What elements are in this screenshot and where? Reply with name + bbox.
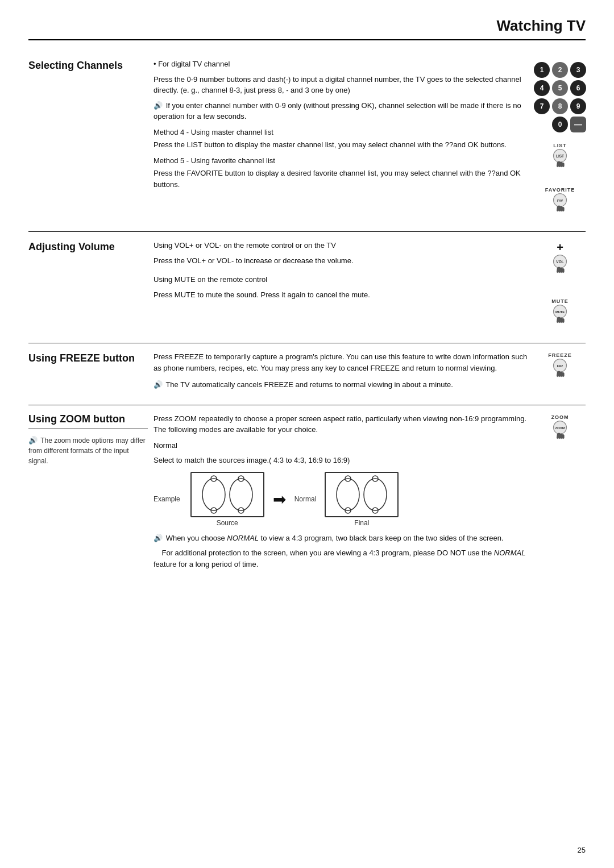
zoom-label: ZOOM — [551, 414, 569, 420]
mute-button-group: MUTE MUTE — [550, 298, 570, 325]
numpad-7: 7 — [534, 98, 550, 114]
svg-text:ZOOM: ZOOM — [555, 426, 565, 430]
page: Watching TV Selecting Channels • For dig… — [0, 0, 614, 868]
numpad-8: 8 — [552, 98, 568, 114]
normal-italic-2: NORMAL — [494, 549, 526, 557]
digital-p1: Press the 0-9 number buttons and dash(-)… — [154, 74, 534, 96]
numpad-0: 0 — [552, 117, 568, 132]
method4-title: Method 4 - Using master channel list — [154, 127, 534, 138]
selecting-channels-content: • For digital TV channel Press the 0-9 n… — [148, 59, 534, 221]
final-screen — [325, 472, 399, 517]
zoom-normal-text: Normal — [154, 440, 534, 451]
method5-title: Method 5 - Using favorite channel list — [154, 155, 534, 167]
zoom-button-group: ZOOM ZOOM — [550, 414, 570, 441]
final-label: Final — [354, 519, 369, 527]
svg-text:FRZ: FRZ — [557, 364, 563, 368]
source-diagram: Source — [190, 472, 264, 527]
freeze-finger-icon: FRZ — [550, 358, 570, 379]
svg-text:FAV: FAV — [557, 199, 563, 202]
section-freeze-button: Using FREEZE button Press FREEZE to temp… — [28, 343, 586, 405]
plus-sign: + — [557, 241, 563, 254]
zoom-p1: Press ZOOM repeatedly to choose a proper… — [154, 413, 534, 435]
svg-point-13 — [230, 479, 252, 510]
list-label: LIST — [553, 143, 567, 148]
section-heading-volume: Adjusting Volume — [28, 240, 148, 333]
freeze-icon: FREEZE FRZ — [534, 351, 586, 394]
section-heading-selecting: Selecting Channels — [28, 59, 148, 221]
vol-button-group: + VOL — [550, 241, 570, 275]
digital-note: 🔊 If you enter channel number with 0-9 o… — [154, 100, 534, 122]
mute-p1: Press MUTE to mute the sound. Press it a… — [154, 289, 534, 301]
svg-point-18 — [337, 479, 359, 510]
numpad-empty — [534, 117, 550, 132]
numpad-4: 4 — [534, 80, 550, 96]
section-adjusting-volume: Adjusting Volume Using VOL+ or VOL- on t… — [28, 232, 586, 343]
zoom-finger-icon: ZOOM — [550, 420, 570, 441]
zoom-footnote: 🔊 The zoom mode options may differ from … — [28, 435, 148, 467]
favorite-finger-icon: FAV — [550, 193, 570, 213]
zoom-main-content: Press ZOOM repeatedly to choose a proper… — [148, 413, 534, 574]
page-title: Watching TV — [28, 17, 586, 40]
favorite-label: FAVORITE — [545, 187, 575, 193]
volume-icons: + VOL MUTE MUTE — [534, 240, 586, 333]
numpad-6: 6 — [570, 80, 586, 96]
mute-finger-icon: MUTE — [550, 304, 570, 325]
vol-p1: Using VOL+ or VOL- on the remote control… — [154, 240, 534, 251]
zoom-icon: ZOOM ZOOM — [534, 413, 586, 574]
svg-text:MUTE: MUTE — [555, 310, 565, 314]
method4-desc: Press the LIST button to display the mas… — [154, 139, 534, 151]
digital-for: • For digital TV channel — [154, 59, 534, 70]
selecting-channels-icons: 1 2 3 4 5 6 7 8 9 0 — LIST — [534, 59, 586, 221]
list-finger-icon: LIST — [550, 148, 570, 169]
source-label: Source — [217, 519, 238, 527]
numpad-dash: — — [570, 117, 586, 132]
svg-point-12 — [202, 479, 225, 510]
zoom-note2: 🔊 When you choose NORMAL to view a 4:3 p… — [154, 533, 534, 544]
numpad-2: 2 — [552, 62, 568, 78]
source-svg — [193, 474, 262, 515]
normal-mode-label: Normal — [294, 495, 317, 503]
example-label: Example — [154, 495, 180, 503]
method5-desc: Press the FAVORITE button to display a d… — [154, 168, 534, 190]
numpad-5: 5 — [552, 80, 568, 96]
freeze-button-group: FREEZE FRZ — [548, 352, 572, 379]
final-svg — [327, 474, 396, 515]
mute-title: Using MUTE on the remote control — [154, 274, 534, 285]
numpad-1: 1 — [534, 62, 550, 78]
svg-text:LIST: LIST — [556, 154, 564, 158]
numpad-3: 3 — [570, 62, 586, 78]
zoom-note3: For additional protection to the screen,… — [154, 547, 534, 570]
freeze-label: FREEZE — [548, 352, 572, 358]
normal-italic-1: NORMAL — [227, 534, 259, 542]
svg-point-19 — [364, 479, 387, 510]
list-button-group: LIST LIST — [550, 143, 570, 169]
final-diagram: Final — [325, 472, 399, 527]
vol-finger-icon: VOL — [550, 254, 570, 275]
speaker-icon-zoom-note: 🔊 — [28, 435, 38, 446]
speaker-icon-note2: 🔊 — [154, 533, 163, 544]
mute-label: MUTE — [551, 298, 569, 304]
zoom-left: Using ZOOM button 🔊 The zoom mode option… — [28, 413, 148, 574]
arrow-icon: ➡ — [273, 490, 286, 509]
section-heading-freeze: Using FREEZE button — [28, 351, 148, 394]
zoom-select: Select to match the sources image.( 4:3 … — [154, 455, 534, 466]
numpad: 1 2 3 4 5 6 7 8 9 0 — — [534, 62, 586, 132]
svg-text:VOL: VOL — [556, 260, 563, 264]
freeze-note: 🔊 The TV automatically cancels FREEZE an… — [154, 379, 534, 391]
vol-p2: Press the VOL+ or VOL- to increase or de… — [154, 255, 534, 267]
page-number: 25 — [578, 846, 586, 854]
adjusting-volume-content: Using VOL+ or VOL- on the remote control… — [148, 240, 534, 333]
section-selecting-channels: Selecting Channels • For digital TV chan… — [28, 51, 586, 232]
source-screen — [190, 472, 264, 517]
section-heading-zoom: Using ZOOM button — [28, 413, 148, 429]
section-zoom-button: Using ZOOM button 🔊 The zoom mode option… — [28, 405, 586, 582]
speaker-icon-freeze: 🔊 — [154, 379, 163, 391]
freeze-content: Press FREEZE to temporarily capture a pr… — [148, 351, 534, 394]
freeze-p1: Press FREEZE to temporarily capture a pr… — [154, 351, 534, 373]
numpad-9: 9 — [570, 98, 586, 114]
speaker-icon-1: 🔊 — [154, 100, 163, 111]
zoom-diagram: Example — [154, 472, 534, 527]
favorite-button-group: FAVORITE FAV — [545, 187, 575, 213]
